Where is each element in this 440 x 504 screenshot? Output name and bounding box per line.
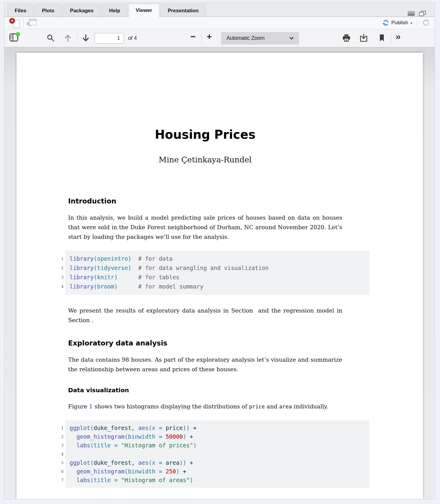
pane-tab-bar: FilesPlotsPackagesHelpViewerPresentation: [4, 3, 435, 17]
code-line-number: 4: [58, 450, 64, 458]
download-icon: [360, 34, 368, 42]
code-token: # for model summary: [118, 283, 203, 290]
code-token: (title =: [90, 477, 121, 483]
tab-packages[interactable]: Packages: [63, 4, 100, 16]
code-token: (binwidth =: [124, 433, 166, 440]
maximize-icon: [419, 10, 426, 16]
print-button[interactable]: [342, 34, 351, 43]
code-token: +: [190, 425, 196, 431]
code-token: ): [193, 442, 196, 449]
code-token: (knitr): [94, 274, 118, 280]
code-line-number: 4: [58, 282, 64, 291]
section-heading-introduction: Introduction: [68, 197, 342, 205]
code-token: [70, 477, 76, 483]
code-token: "Histogram of prices": [121, 442, 193, 449]
code-line: 4: [65, 450, 370, 458]
stop-x-icon: ✕: [9, 18, 15, 24]
toolbar-separator: [201, 33, 202, 43]
pdf-toolbar: of 4 − + Automatic Zoom: [4, 29, 435, 47]
code-token: [70, 442, 76, 449]
bookmark-button[interactable]: [379, 34, 385, 43]
publish-label: Publish: [391, 20, 408, 26]
code-line-number: 3: [58, 441, 64, 450]
code-token: (tidyverse): [94, 265, 131, 271]
eda-paragraph: The data contains 98 houses. As part of …: [68, 355, 342, 374]
code-token: # for tables: [118, 274, 179, 280]
next-page-button[interactable]: [82, 34, 90, 44]
code-token: ): [183, 433, 186, 440]
search-icon: [46, 34, 55, 42]
code-line-number: 2: [58, 432, 64, 441]
section-heading-eda: Exploratory data analysis: [68, 339, 342, 347]
publish-button[interactable]: Publish ▾: [381, 20, 414, 26]
figure-paragraph-middle: shows two histograms displaying the dist…: [93, 403, 249, 410]
results-paragraph: We present the results of exploratory da…: [68, 306, 342, 325]
toggle-sidebar-button[interactable]: [9, 33, 19, 43]
code-token: library: [70, 283, 94, 290]
print-icon: [342, 34, 351, 42]
code-token: library: [70, 265, 94, 271]
inline-code-price: price: [249, 404, 265, 410]
code-line-number: 3: [58, 273, 64, 282]
page-number-input[interactable]: [94, 33, 124, 43]
more-tools-button[interactable]: »: [396, 31, 400, 42]
bookmark-icon: [379, 34, 385, 42]
code-token: library: [70, 274, 94, 280]
caret-down-icon: ▾: [410, 21, 412, 25]
toolbar-separator: [391, 33, 391, 43]
code-token: # for data wrangling and visualization: [131, 265, 269, 271]
chevron-down-icon: [289, 37, 294, 40]
document-author: Mine Çetinkaya-Rundel: [68, 155, 342, 164]
zoom-out-button[interactable]: −: [190, 31, 196, 42]
pdf-viewer-area[interactable]: Housing Prices Mine Çetinkaya-Rundel Int…: [4, 47, 435, 499]
minimize-icon: [407, 11, 415, 16]
minimize-pane-button[interactable]: [407, 11, 415, 17]
tab-files[interactable]: Files: [7, 4, 34, 16]
code-token: )): [183, 425, 190, 431]
code-token: duke_forest: [94, 425, 131, 431]
code-token: ,: [131, 425, 138, 431]
download-button[interactable]: [360, 34, 368, 43]
tab-viewer[interactable]: Viewer: [129, 4, 160, 17]
code-token: geom_histogram: [76, 433, 124, 440]
open-in-new-window-button[interactable]: [26, 19, 37, 27]
code-token: (title =: [90, 442, 121, 449]
code-line-number: 5: [58, 458, 64, 467]
figure-paragraph-suffix: individually.: [292, 403, 328, 410]
code-token: +: [186, 433, 193, 440]
code-token: (broom): [94, 283, 118, 290]
code-block-histograms: 1ggplot(duke_forest, aes(x = price)) +2 …: [65, 420, 370, 488]
tab-help[interactable]: Help: [102, 4, 127, 16]
code-token: (x =: [148, 425, 166, 431]
arrow-down-icon: [82, 34, 90, 43]
code-line: 5ggplot(duke_forest, aes(x = area)) +: [65, 458, 370, 467]
code-token: geom_histogram: [76, 468, 124, 475]
zoom-in-button[interactable]: +: [207, 31, 212, 42]
code-token: aes: [138, 425, 148, 431]
code-token: area: [166, 459, 179, 466]
figure-link[interactable]: 1: [89, 403, 93, 410]
code-line: 4library(broom) # for model summary: [65, 282, 370, 291]
code-line-number: 1: [58, 424, 64, 432]
code-token: (: [90, 425, 94, 431]
code-token: [70, 468, 76, 475]
code-line-number: 7: [58, 476, 64, 485]
zoom-level-label: Automatic Zoom: [226, 35, 265, 41]
search-button[interactable]: [46, 34, 55, 43]
code-token: (: [90, 459, 94, 466]
code-token: ): [190, 477, 193, 483]
code-token: (x =: [148, 459, 166, 466]
clear-viewer-button[interactable]: ✕: [9, 18, 20, 28]
previous-page-button[interactable]: [64, 34, 72, 44]
publish-icon: [382, 20, 389, 26]
zoom-level-dropdown[interactable]: Automatic Zoom: [221, 32, 299, 45]
code-token: +: [186, 459, 193, 466]
refresh-button[interactable]: [422, 19, 430, 27]
maximize-pane-button[interactable]: [419, 10, 426, 18]
tab-plots[interactable]: Plots: [35, 4, 62, 16]
code-token: 250: [166, 468, 176, 475]
figure-paragraph-and: and: [265, 403, 279, 410]
code-line: 3library(knitr) # for tables: [65, 273, 370, 282]
code-token: 50000: [166, 433, 183, 440]
tab-presentation[interactable]: Presentation: [160, 4, 206, 16]
